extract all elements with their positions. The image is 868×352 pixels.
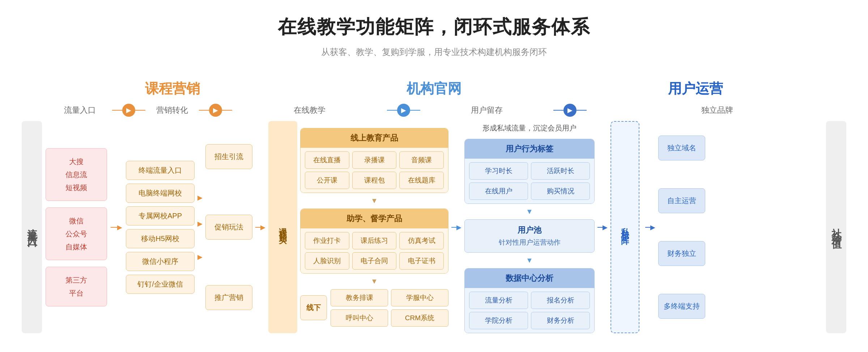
data-center-section: 数据中心分析 流量分析 报名分析 学院分析 财务分析 xyxy=(464,268,595,333)
product-package: 课程包 xyxy=(352,172,397,189)
behavior-active-time: 活跃时长 xyxy=(531,162,590,180)
inner-content: 大搜 信息流 短视频 微信 公众号 自媒体 第三方 平台 ▶ 终端流量入口 电脑… xyxy=(42,121,826,333)
arrow-4-circle: ▶ xyxy=(563,104,576,117)
arrow-1-circle: ▶ xyxy=(122,104,135,117)
user-pool-section: 用户池 针对性用户运营动作 xyxy=(464,219,595,253)
marketing-terminal: 终端流量入口 xyxy=(126,161,195,180)
offline-row1: 教务排课 学服中心 xyxy=(331,289,448,306)
conv-promo: 促销玩法 xyxy=(205,215,252,240)
behavior-row2: 在线用户 购买情况 xyxy=(469,183,590,200)
product-audio: 音频课 xyxy=(399,151,444,169)
study-products-body: 作业打卡 课后练习 仿真考试 人脸识别 电子合同 电子证书 xyxy=(301,228,448,273)
product-open: 公开课 xyxy=(305,172,349,189)
offline-service: 学服中心 xyxy=(391,289,448,306)
category-website: 机构官网 xyxy=(407,80,461,98)
flow-label-teach: 在线教学 xyxy=(234,105,386,116)
study-products: 助学、督学产品 作业打卡 课后练习 仿真考试 人脸识别 电子合同 电子证书 xyxy=(300,209,448,274)
brand-column: 独立域名 自主运营 财务独立 多终端支持 xyxy=(658,121,705,333)
offline-call: 呼叫中心 xyxy=(331,309,388,327)
small-arrows-1: ▶ ▶ ▶ xyxy=(197,194,203,261)
behavior-purchase: 购买情况 xyxy=(531,183,590,200)
category-headers-row: 课程营销 机构官网 用户运营 xyxy=(22,80,846,98)
online-edu-row1: 在线直播 录播课 音频课 xyxy=(305,151,444,169)
offline-items: 教务排课 学服中心 呼叫中心 CRM系统 xyxy=(331,289,448,327)
data-center-body: 流量分析 报名分析 学院分析 财务分析 xyxy=(465,288,594,333)
product-recorded: 录播课 xyxy=(352,151,397,169)
down-arrow-2: ▼ xyxy=(300,277,448,286)
data-academy: 学院分析 xyxy=(469,312,528,329)
behavior-row1: 学习时长 活跃时长 xyxy=(469,162,590,180)
marketing-pc: 电脑终端网校 xyxy=(126,184,195,203)
traffic-third: 第三方 平台 xyxy=(46,267,107,306)
conversion-column: 招生引流 促销玩法 推广营销 xyxy=(205,121,252,333)
page-subtitle: 从获客、教学、复购到学服，用专业技术构建机构服务闭环 xyxy=(22,46,846,58)
course-buy-label: 课程购买 xyxy=(268,121,297,333)
study-cert: 电子证书 xyxy=(399,252,444,270)
flow-label-marketing: 营销转化 xyxy=(147,105,197,116)
online-edu-header: 线上教育产品 xyxy=(301,128,448,148)
brand-domain: 独立域名 xyxy=(658,136,705,160)
study-face: 人脸识别 xyxy=(305,252,349,270)
private-matrix-label: 私域矩阵 xyxy=(610,121,639,333)
arrow-3-circle: ▶ xyxy=(397,104,410,117)
connector-5: ▶ xyxy=(645,223,655,231)
offline-crm: CRM系统 xyxy=(391,309,448,327)
brand-selfops: 自主运营 xyxy=(658,188,705,213)
behavior-study-time: 学习时长 xyxy=(469,162,528,180)
offline-section: 线下 教务排课 学服中心 呼叫中心 CRM系统 xyxy=(300,289,448,327)
flow-label-retain: 用户留存 xyxy=(422,105,552,116)
flow-label-brand: 独立品牌 xyxy=(588,105,846,116)
arrow-2-circle: ▶ xyxy=(209,104,222,117)
study-products-header: 助学、督学产品 xyxy=(301,209,448,228)
behavior-online-user: 在线用户 xyxy=(469,183,528,200)
behavior-header: 用户行为标签 xyxy=(465,139,594,159)
traffic-sources-column: 大搜 信息流 短视频 微信 公众号 自媒体 第三方 平台 xyxy=(46,148,107,306)
data-signup: 报名分析 xyxy=(531,292,590,309)
user-retention-column: 形成私域流量，沉淀会员用户 用户行为标签 学习时长 活跃时长 在线用户 购买情况 xyxy=(464,121,595,333)
conv-recruit: 招生引流 xyxy=(205,144,252,169)
category-userops: 用户运营 xyxy=(668,80,723,98)
connector-2: ▶ xyxy=(255,223,265,231)
down-arrow-4: ▼ xyxy=(464,256,595,265)
online-teaching-column: 线上教育产品 在线直播 录播课 音频课 公开课 课程包 在线题库 xyxy=(300,128,448,327)
behavior-section: 用户行为标签 学习时长 活跃时长 在线用户 购买情况 xyxy=(464,139,595,204)
page-container: 在线教学功能矩阵，闭环式服务体系 从获客、教学、复购到学服，用专业技术构建机构服… xyxy=(0,0,868,348)
data-row1: 流量分析 报名分析 xyxy=(469,292,590,309)
marketing-items-column: 终端流量入口 电脑终端网校 专属网校APP 移动H5网校 微信小程序 钉钉/企业… xyxy=(126,161,195,294)
traffic-wechat: 微信 公众号 自媒体 xyxy=(46,207,107,260)
product-live: 在线直播 xyxy=(305,151,349,169)
online-edu-body: 在线直播 录播课 音频课 公开课 课程包 在线题库 xyxy=(301,148,448,193)
conv-marketing: 推广营销 xyxy=(205,285,252,310)
study-row1: 作业打卡 课后练习 仿真考试 xyxy=(305,232,444,249)
behavior-body: 学习时长 活跃时长 在线用户 购买情况 xyxy=(465,159,594,203)
promo-text: 形成私域流量，沉淀会员用户 xyxy=(464,121,595,135)
offline-schedule: 教务排课 xyxy=(331,289,388,306)
marketing-dingtalk: 钉钉/企业微信 xyxy=(126,275,195,294)
product-quiz: 在线题库 xyxy=(399,172,444,189)
offline-row2: 呼叫中心 CRM系统 xyxy=(331,309,448,327)
down-arrow-3: ▼ xyxy=(464,207,595,216)
category-marketing: 课程营销 xyxy=(145,80,200,98)
flow-label-traffic: 流量入口 xyxy=(49,105,111,116)
marketing-mobile: 移动H5网校 xyxy=(126,229,195,248)
connector-4: ▶ xyxy=(597,223,608,231)
brand-multi-terminal: 多终端支持 xyxy=(658,294,705,319)
study-homework: 作业打卡 xyxy=(305,232,349,249)
left-label-traffic: 流量入口 xyxy=(22,121,42,333)
data-finance: 财务分析 xyxy=(531,312,590,329)
online-edu-row2: 公开课 课程包 在线题库 xyxy=(305,172,444,189)
down-arrow-1: ▼ xyxy=(300,197,448,205)
study-contract: 电子合同 xyxy=(352,252,397,270)
flow-label-row: 流量入口 ▶ 营销转化 ▶ 在线教学 ▶ 用户留存 ▶ xyxy=(22,104,846,117)
study-row2: 人脸识别 电子合同 电子证书 xyxy=(305,252,444,270)
right-label-social: 社会价值 xyxy=(826,121,846,333)
marketing-app: 专属网校APP xyxy=(126,206,195,226)
online-edu-products: 线上教育产品 在线直播 录播课 音频课 公开课 课程包 在线题库 xyxy=(300,128,448,193)
page-title: 在线教学功能矩阵，闭环式服务体系 xyxy=(22,14,846,40)
main-content-area: 流量入口 大搜 信息流 短视频 微信 公众号 自媒体 第三方 平台 ▶ 终端流量… xyxy=(22,121,846,333)
data-center-header: 数据中心分析 xyxy=(465,269,594,288)
offline-label: 线下 xyxy=(300,295,327,320)
user-pool-header: 用户池 xyxy=(470,225,589,236)
connector-1: ▶ xyxy=(111,223,122,231)
study-exam: 仿真考试 xyxy=(399,232,444,249)
